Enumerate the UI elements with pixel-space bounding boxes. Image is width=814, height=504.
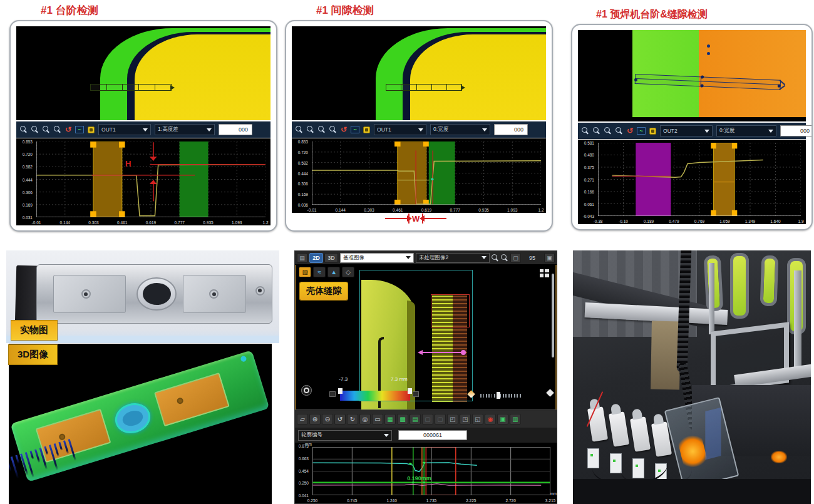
y-tick-label: 0.271: [584, 177, 594, 182]
tool-icon[interactable]: ⊕: [309, 414, 321, 424]
tool-icon[interactable]: ▩: [397, 414, 408, 424]
machine-base: [573, 479, 811, 504]
tolerance-value-field[interactable]: 000: [494, 124, 528, 135]
fit-view-icon[interactable]: ▢: [510, 253, 521, 263]
view-tool-icon[interactable]: ◇: [342, 267, 354, 277]
profile-number-select[interactable]: 轮廓编号: [298, 430, 392, 441]
measure-item-select[interactable]: 1:高度差: [155, 124, 215, 135]
measurement-box[interactable]: [386, 84, 462, 91]
vent-oval: [137, 277, 177, 311]
position-slider[interactable]: [480, 394, 522, 398]
image-source-select[interactable]: 基准图像: [340, 253, 414, 263]
y-tick-label: 0.031: [23, 215, 33, 220]
image-filter-select[interactable]: 未处理图像2: [416, 253, 490, 263]
x-tick-label: 1.093: [507, 208, 517, 212]
x-tick-label: 0.461: [117, 220, 127, 225]
target-button[interactable]: [301, 385, 312, 396]
tool-icon[interactable]: ◉: [485, 414, 496, 424]
zoom-area-icon[interactable]: [604, 127, 612, 135]
measure-item-select[interactable]: 0:宽度: [430, 124, 490, 135]
tool-icon[interactable]: ▢: [422, 414, 433, 424]
product-photo: 实物图: [6, 250, 279, 343]
tab-2d[interactable]: 2D: [309, 253, 323, 263]
view-tool-icon[interactable]: ▲: [327, 267, 340, 277]
actuator: [609, 412, 629, 447]
user-icon[interactable]: ▣: [544, 253, 555, 263]
x-tick-label: -0.01: [307, 208, 317, 212]
x-tick-label: 0.303: [364, 208, 374, 212]
zoom-out-icon[interactable]: [593, 127, 600, 135]
output-select[interactable]: OUT1: [98, 124, 151, 135]
tool-icon[interactable]: ▢: [435, 414, 446, 424]
tool-icon[interactable]: ▣: [497, 414, 508, 424]
colorbar-right-icon[interactable]: [413, 391, 419, 397]
zoom-out-icon[interactable]: [31, 126, 39, 133]
view-tool-icon[interactable]: ≈: [313, 267, 326, 277]
render-label: 3D图像: [9, 345, 57, 364]
cover-region: [699, 30, 806, 117]
colorbar-left-icon[interactable]: [329, 391, 336, 397]
zoom-in-icon[interactable]: [582, 127, 589, 135]
roi-rectangle[interactable]: [359, 270, 472, 401]
zoom-fit-icon[interactable]: [54, 126, 61, 133]
tool-icon[interactable]: ↺: [334, 414, 346, 424]
zoom-in-icon[interactable]: [20, 126, 28, 133]
tool-icon[interactable]: ◎: [359, 414, 371, 424]
tool-icon[interactable]: ▥: [510, 414, 521, 424]
tool-icon[interactable]: ◳: [460, 414, 471, 424]
view-tool-icon[interactable]: ▨: [299, 267, 311, 277]
profile-wave-icon[interactable]: ~: [637, 127, 646, 135]
tolerance-value-field[interactable]: 000: [780, 125, 813, 136]
tool-icon[interactable]: ▦: [384, 414, 396, 424]
tab-3d[interactable]: 3D: [324, 253, 338, 263]
measurement-box[interactable]: [90, 84, 172, 91]
x-tick-label: 0.189: [644, 219, 654, 224]
fullscreen-icon[interactable]: [540, 269, 549, 277]
tool-icon[interactable]: ▤: [410, 414, 421, 424]
x-tick-label: 0.777: [175, 220, 185, 225]
tool-icon[interactable]: ▭: [372, 414, 383, 424]
zoom-in-icon[interactable]: [296, 126, 303, 133]
chart-canvas: [598, 143, 801, 216]
zoom-area-icon[interactable]: [318, 126, 326, 133]
measurement-arrow: [422, 352, 463, 354]
y-tick-label: 0.169: [298, 192, 308, 197]
gap-annotation-label: W: [412, 214, 420, 224]
tool-icon[interactable]: ↻: [347, 414, 358, 424]
zoom-out-icon[interactable]: [307, 126, 314, 133]
output-select[interactable]: OUT2: [660, 125, 713, 136]
settings-icon[interactable]: [363, 126, 370, 133]
slider-diamond-icon[interactable]: [546, 389, 554, 397]
refresh-icon[interactable]: ↺: [65, 126, 71, 133]
y-tick-label: 0.250: [299, 481, 309, 485]
zoom-fit-icon[interactable]: [616, 127, 623, 135]
x-tick-label: 0.144: [60, 220, 70, 225]
panel-card: ↺ ~ OUT1 1:高度差 000 0.8530.7200.5820.4440…: [9, 20, 277, 232]
zoom-in-icon[interactable]: [492, 254, 499, 262]
x-tick-label: 1.735: [426, 498, 436, 503]
zoom-fit-icon[interactable]: [329, 126, 337, 133]
height-colorbar[interactable]: [340, 391, 410, 401]
zoom-out-icon[interactable]: [501, 254, 508, 262]
profile-wave-icon[interactable]: ~: [351, 126, 359, 133]
measure-item-select[interactable]: 0:宽度: [716, 125, 776, 136]
tolerance-value-field[interactable]: 000: [219, 124, 252, 135]
menu-icon[interactable]: ▤: [297, 253, 307, 263]
scrollbar[interactable]: [552, 274, 554, 357]
tool-icon[interactable]: ◰: [447, 414, 458, 424]
output-select[interactable]: OUT1: [374, 124, 426, 135]
profile-wave-icon[interactable]: ~: [75, 126, 84, 133]
tool-icon[interactable]: ⊖: [322, 414, 333, 424]
settings-icon[interactable]: [88, 126, 95, 133]
tool-icon[interactable]: ◱: [472, 414, 483, 424]
screenshot-root: #1 台阶检测 ↺ ~ OUT1 1:高度差 000 0.8530.7200.5…: [0, 0, 814, 504]
profile-number-field[interactable]: 000061: [398, 430, 467, 440]
zoom-area-icon[interactable]: [43, 126, 50, 133]
refresh-icon[interactable]: ↺: [341, 126, 347, 133]
tool-icon[interactable]: ▱: [297, 414, 308, 424]
refresh-icon[interactable]: ↺: [627, 127, 633, 135]
profile-chart: 0.5810.4800.3750.2710.1660.061-0.043-0.3…: [578, 140, 806, 224]
y-tick-label: 0.853: [298, 140, 308, 144]
settings-icon[interactable]: [649, 128, 656, 135]
y-tick-label: 0.375: [584, 165, 594, 169]
